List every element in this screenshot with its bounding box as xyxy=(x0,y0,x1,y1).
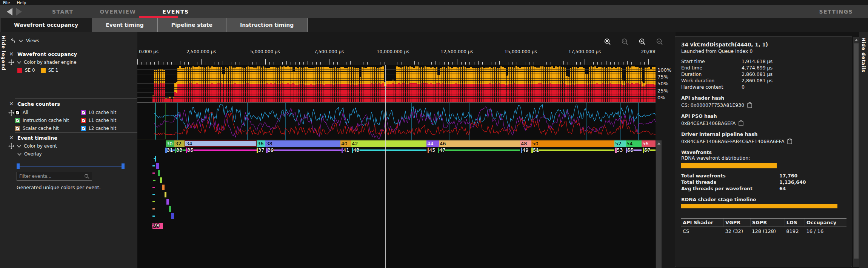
occupancy-column[interactable] xyxy=(626,67,627,102)
occupancy-column[interactable] xyxy=(457,68,459,102)
occupancy-column[interactable] xyxy=(561,67,562,102)
event-segment-32[interactable]: 32 xyxy=(174,140,185,147)
occupancy-column[interactable] xyxy=(536,68,538,102)
occupancy-column[interactable] xyxy=(274,67,275,102)
move-icon[interactable] xyxy=(8,143,14,149)
occupancy-column[interactable] xyxy=(444,67,445,102)
events-scrollbar[interactable] xyxy=(656,140,662,268)
occupancy-column[interactable] xyxy=(333,68,334,102)
occupancy-column[interactable] xyxy=(417,66,419,102)
occupancy-column[interactable] xyxy=(551,66,553,102)
occupancy-column[interactable] xyxy=(181,68,183,102)
occupancy-column[interactable] xyxy=(491,68,492,102)
occupancy-column[interactable] xyxy=(350,67,351,102)
occupancy-column[interactable] xyxy=(485,68,487,102)
occupancy-column[interactable] xyxy=(499,68,500,102)
cascade-event-bar[interactable] xyxy=(171,213,174,219)
occupancy-column[interactable] xyxy=(238,67,240,102)
event-segment-42[interactable]: 42 xyxy=(351,140,426,147)
occupancy-column[interactable] xyxy=(325,67,327,102)
occupancy-column[interactable] xyxy=(339,68,340,102)
occupancy-column[interactable] xyxy=(340,67,342,102)
occupancy-column[interactable] xyxy=(390,81,392,102)
event-segment-38[interactable]: 38 xyxy=(265,140,340,147)
occupancy-column[interactable] xyxy=(404,66,405,102)
occupancy-column[interactable] xyxy=(594,66,596,102)
occupancy-column[interactable] xyxy=(392,80,394,102)
occupancy-column[interactable] xyxy=(642,82,643,102)
occupancy-column[interactable] xyxy=(249,67,251,102)
event-segment-56[interactable]: 56 xyxy=(642,140,656,147)
occupancy-column[interactable] xyxy=(555,66,557,102)
occupancy-column[interactable] xyxy=(428,67,430,102)
occupancy-column[interactable] xyxy=(169,97,171,102)
occupancy-column[interactable] xyxy=(371,67,372,102)
occupancy-column[interactable] xyxy=(455,67,457,102)
occupancy-column[interactable] xyxy=(171,99,172,102)
occupancy-column[interactable] xyxy=(335,67,336,102)
occupancy-column[interactable] xyxy=(213,67,215,102)
occupancy-column[interactable] xyxy=(306,67,308,102)
nav-item-overview[interactable]: OVERVIEW xyxy=(100,9,136,15)
checkbox-instruction-cache-hit[interactable]: ✓Instruction cache hit xyxy=(15,118,81,123)
occupancy-column[interactable] xyxy=(316,67,317,102)
occupancy-column[interactable] xyxy=(468,68,470,102)
event-segment-48[interactable]: 48 xyxy=(520,140,531,147)
occupancy-column[interactable] xyxy=(581,67,583,102)
event-segment-34[interactable]: 34 xyxy=(185,140,257,147)
occupancy-column[interactable] xyxy=(305,67,306,102)
scrollbar-thumb[interactable] xyxy=(854,43,859,259)
occupancy-column[interactable] xyxy=(289,67,291,102)
checkbox-box[interactable]: ✓ xyxy=(15,118,20,123)
event-segment-44[interactable]: 44 xyxy=(426,140,439,147)
slider-handle-left[interactable] xyxy=(17,163,20,169)
table-row[interactable]: CS32 (32)128 (128)819216 / 16 xyxy=(681,227,846,236)
event-range-slider[interactable] xyxy=(17,163,125,169)
occupancy-column[interactable] xyxy=(261,68,262,102)
event-duration-line-39[interactable] xyxy=(266,149,342,151)
occupancy-column[interactable] xyxy=(617,67,619,102)
occupancy-column[interactable] xyxy=(529,67,530,102)
event-duration-line-51[interactable] xyxy=(531,149,614,151)
occupancy-column[interactable] xyxy=(163,70,165,102)
occupancy-column[interactable] xyxy=(593,67,594,102)
tab-instruction-timing[interactable]: Instruction timing xyxy=(226,18,308,32)
occupancy-column[interactable] xyxy=(650,69,652,102)
occupancy-column[interactable] xyxy=(312,68,314,102)
hide-details-label[interactable]: Hide details xyxy=(861,37,866,72)
occupancy-column[interactable] xyxy=(194,67,196,102)
occupancy-column[interactable] xyxy=(297,68,299,102)
occupancy-column[interactable] xyxy=(604,67,605,102)
occupancy-column[interactable] xyxy=(299,67,300,102)
occupancy-column[interactable] xyxy=(367,67,369,102)
occupancy-column[interactable] xyxy=(369,67,371,102)
occupancy-column[interactable] xyxy=(327,67,329,102)
event-segment-46[interactable]: 46 xyxy=(439,140,520,147)
occupancy-column[interactable] xyxy=(231,66,232,102)
occupancy-column[interactable] xyxy=(217,67,219,102)
occupancy-column[interactable] xyxy=(432,67,434,102)
occupancy-column[interactable] xyxy=(606,68,607,102)
occupancy-column[interactable] xyxy=(548,67,549,102)
occupancy-column[interactable] xyxy=(525,67,526,102)
occupancy-column[interactable] xyxy=(331,68,332,102)
occupancy-column[interactable] xyxy=(174,83,176,102)
occupancy-column[interactable] xyxy=(591,66,592,102)
occupancy-column[interactable] xyxy=(519,68,521,102)
occupancy-column[interactable] xyxy=(225,67,226,102)
occupancy-column[interactable] xyxy=(396,66,398,102)
occupancy-column[interactable] xyxy=(470,67,472,102)
occupancy-column[interactable] xyxy=(380,67,382,102)
occupancy-column[interactable] xyxy=(358,75,359,102)
occupancy-column[interactable] xyxy=(419,68,420,102)
occupancy-column[interactable] xyxy=(354,68,355,102)
occupancy-column[interactable] xyxy=(406,66,407,102)
checkbox-box[interactable]: ✓ xyxy=(15,110,20,115)
occupancy-column[interactable] xyxy=(187,67,188,102)
occupancy-column[interactable] xyxy=(242,68,243,102)
occupancy-column[interactable] xyxy=(566,76,568,102)
event-segment-52[interactable]: 52 xyxy=(614,140,626,147)
occupancy-column[interactable] xyxy=(652,67,654,102)
occupancy-column[interactable] xyxy=(322,67,323,102)
occupancy-column[interactable] xyxy=(270,67,272,102)
